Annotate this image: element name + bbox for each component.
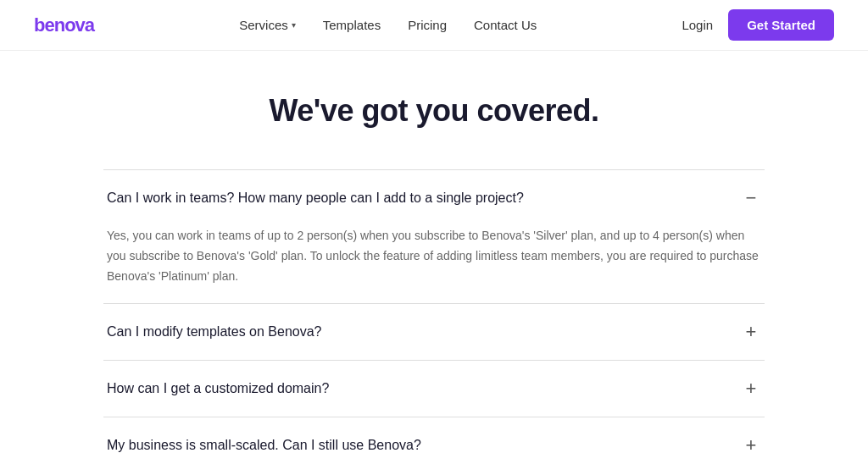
login-button[interactable]: Login [682, 18, 713, 32]
main-content: We've got you covered. Can I work in tea… [86, 51, 782, 453]
minus-icon: − [741, 187, 761, 209]
faq-question-3: How can I get a customized domain? [107, 381, 741, 396]
page-title: We've got you covered. [103, 93, 765, 129]
faq-item: Can I work in teams? How many people can… [103, 169, 765, 303]
faq-list: Can I work in teams? How many people can… [103, 169, 765, 453]
nav-pricing[interactable]: Pricing [408, 18, 447, 32]
nav-links: Services ▾ Templates Pricing Contact Us [94, 18, 682, 32]
nav-services-label: Services [239, 18, 288, 32]
logo-be: be [34, 14, 54, 36]
nav-actions: Login Get Started [682, 9, 834, 41]
plus-icon: + [741, 378, 761, 400]
get-started-button[interactable]: Get Started [728, 9, 834, 41]
nav-templates-label: Templates [323, 18, 381, 32]
faq-item: Can I modify templates on Benova?+ [103, 303, 765, 360]
faq-question-4: My business is small-scaled. Can I still… [107, 438, 741, 453]
faq-item: How can I get a customized domain?+ [103, 360, 765, 417]
navbar: benova Services ▾ Templates Pricing Cont… [0, 0, 868, 51]
logo-nova: nova [54, 14, 94, 36]
nav-contact-label: Contact Us [474, 18, 537, 32]
nav-services[interactable]: Services ▾ [239, 18, 296, 32]
faq-item: My business is small-scaled. Can I still… [103, 417, 765, 453]
faq-answer-1: Yes, you can work in teams of up to 2 pe… [103, 226, 765, 303]
faq-header-3[interactable]: How can I get a customized domain?+ [103, 361, 765, 417]
faq-header-4[interactable]: My business is small-scaled. Can I still… [103, 417, 765, 453]
nav-contact[interactable]: Contact Us [474, 18, 537, 32]
faq-header-2[interactable]: Can I modify templates on Benova?+ [103, 304, 765, 360]
nav-templates[interactable]: Templates [323, 18, 381, 32]
brand-logo[interactable]: benova [34, 14, 94, 36]
plus-icon: + [741, 321, 761, 343]
plus-icon: + [741, 434, 761, 453]
faq-question-2: Can I modify templates on Benova? [107, 324, 741, 340]
chevron-down-icon: ▾ [292, 20, 296, 30]
faq-header-1[interactable]: Can I work in teams? How many people can… [103, 170, 765, 226]
faq-question-1: Can I work in teams? How many people can… [107, 191, 741, 206]
nav-pricing-label: Pricing [408, 18, 447, 32]
